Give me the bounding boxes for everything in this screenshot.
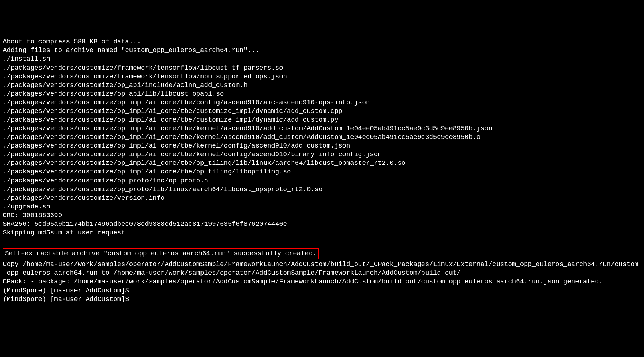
terminal-prompt[interactable]: (MindSpore) [ma-user AddCustom]$ <box>3 295 641 304</box>
terminal-line: ./packages/vendors/customize/op_proto/in… <box>3 177 641 185</box>
terminal-line: ./upgrade.sh <box>3 203 641 211</box>
terminal-line: Copy /home/ma-user/work/samples/operator… <box>3 260 641 277</box>
terminal-line: ./packages/vendors/customize/op_api/incl… <box>3 81 641 90</box>
terminal-line: ./packages/vendors/customize/op_api/lib/… <box>3 90 641 98</box>
highlighted-success-message: Self-extractable archive "custom_opp_eul… <box>3 248 319 259</box>
terminal-line: ./packages/vendors/customize/op_impl/ai_… <box>3 168 641 176</box>
terminal-line: SHA256: 5cd95a9b1174bb17496adbec078ed938… <box>3 220 641 229</box>
terminal-line: CPack: - package: /home/ma-user/work/sam… <box>3 277 641 286</box>
terminal-line: Skipping md5sum at user request <box>3 229 641 237</box>
terminal-line: ./packages/vendors/customize/op_impl/ai_… <box>3 98 641 107</box>
terminal-line: ./install.sh <box>3 55 641 63</box>
terminal-line: ./packages/vendors/customize/version.inf… <box>3 194 641 203</box>
terminal-line: ./packages/vendors/customize/op_impl/ai_… <box>3 142 641 150</box>
terminal-line: CRC: 3001883690 <box>3 211 641 220</box>
terminal-prompt[interactable]: (MindSpore) [ma-user AddCustom]$ <box>3 286 641 295</box>
terminal-line: ./packages/vendors/customize/framework/t… <box>3 64 641 72</box>
terminal-line: About to compress 588 KB of data... <box>3 37 641 46</box>
terminal-line: ./packages/vendors/customize/op_impl/ai_… <box>3 107 641 116</box>
terminal-line: Adding files to archive named "custom_op… <box>3 46 641 55</box>
terminal-line: ./packages/vendors/customize/op_impl/ai_… <box>3 159 641 168</box>
terminal-line: ./packages/vendors/customize/op_impl/ai_… <box>3 124 641 133</box>
terminal-line: ./packages/vendors/customize/framework/t… <box>3 72 641 81</box>
terminal-line: ./packages/vendors/customize/op_impl/ai_… <box>3 133 641 142</box>
terminal-output[interactable]: About to compress 588 KB of data...Addin… <box>3 37 641 303</box>
terminal-line: ./packages/vendors/customize/op_impl/ai_… <box>3 150 641 159</box>
terminal-line: ./packages/vendors/customize/op_proto/li… <box>3 185 641 194</box>
terminal-line: ./packages/vendors/customize/op_impl/ai_… <box>3 116 641 124</box>
empty-line <box>3 237 641 246</box>
